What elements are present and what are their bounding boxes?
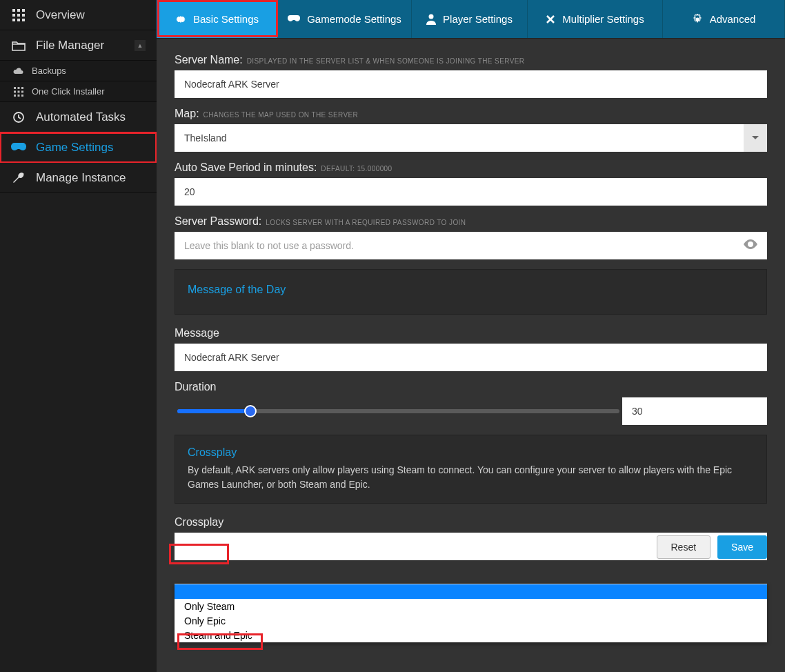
- field-password: Server Password: LOCKS SERVER WITH A REQ…: [175, 215, 767, 259]
- hint-server-name: DISPLAYED IN THE SERVER LIST & WHEN SOME…: [247, 57, 525, 65]
- label-autosave: Auto Save Period in minutes:: [175, 161, 317, 174]
- label-duration: Duration: [175, 381, 216, 393]
- svg-rect-2: [22, 9, 25, 12]
- tab-label: Basic Settings: [193, 13, 259, 25]
- label-server-name: Server Name:: [175, 54, 243, 66]
- dropdown-option-blank[interactable]: [175, 584, 767, 599]
- tab-label: Gamemode Settings: [307, 13, 401, 25]
- cloud-icon: [12, 67, 25, 75]
- tab-label: Player Settings: [443, 13, 513, 25]
- collapse-icon[interactable]: ▲: [135, 40, 146, 51]
- main-area: Basic Settings Gamemode Settings Player …: [157, 0, 785, 672]
- svg-rect-4: [17, 14, 20, 17]
- field-message: Message: [175, 327, 767, 371]
- dropdown-option-only-steam[interactable]: Only Steam: [175, 599, 767, 613]
- eye-icon[interactable]: [744, 239, 757, 252]
- crossplay-dropdown: Only Steam Only Epic Steam and Epic: [175, 584, 767, 642]
- tab-player-settings[interactable]: Player Settings: [412, 0, 528, 38]
- svg-rect-1: [17, 9, 20, 12]
- save-button[interactable]: Save: [717, 535, 767, 559]
- svg-rect-16: [18, 95, 20, 97]
- slider-track-fill: [177, 409, 253, 413]
- svg-rect-5: [22, 14, 25, 17]
- select-map[interactable]: [175, 124, 744, 152]
- svg-rect-14: [21, 90, 23, 92]
- dropdown-option-only-epic[interactable]: Only Epic: [175, 613, 767, 628]
- panel-desc-crossplay: By default, ARK servers only allow playe…: [188, 463, 754, 492]
- hint-map: CHANGES THE MAP USED ON THE SERVER: [203, 111, 359, 119]
- svg-rect-0: [12, 9, 15, 12]
- svg-rect-8: [22, 19, 25, 21]
- panel-title-motd: Message of the Day: [188, 284, 754, 296]
- gear-icon: [175, 14, 186, 25]
- svg-rect-9: [14, 87, 16, 89]
- panel-title-crossplay: Crossplay: [188, 446, 754, 459]
- svg-rect-11: [21, 87, 23, 89]
- sidebar-label: Game Settings: [36, 141, 113, 155]
- input-duration[interactable]: [622, 397, 767, 425]
- gamepad-icon: [288, 15, 300, 23]
- field-duration: Duration: [175, 381, 767, 425]
- tab-label: Advanced: [710, 13, 756, 25]
- tab-label: Multiplier Settings: [562, 13, 644, 25]
- svg-rect-13: [18, 90, 20, 92]
- slider-thumb[interactable]: [244, 405, 257, 417]
- multiply-icon: [546, 14, 555, 24]
- wrench-icon: [11, 172, 26, 184]
- input-autosave[interactable]: [175, 178, 767, 206]
- folder-icon: [11, 40, 26, 51]
- label-password: Server Password:: [175, 215, 261, 228]
- sidebar-item-file-manager[interactable]: File Manager ▲: [0, 30, 157, 61]
- hint-password: LOCKS SERVER WITH A REQUIRED PASSWORD TO…: [266, 219, 466, 226]
- user-icon: [426, 14, 436, 25]
- duration-slider[interactable]: [175, 397, 622, 425]
- sidebar-item-game-settings[interactable]: Game Settings: [0, 132, 157, 163]
- grid-small-icon: [12, 87, 25, 97]
- sidebar-label: Overview: [36, 8, 85, 22]
- sidebar-item-automated-tasks[interactable]: Automated Tasks: [0, 102, 157, 132]
- svg-rect-17: [21, 95, 23, 97]
- svg-rect-10: [18, 87, 20, 89]
- tab-gamemode-settings[interactable]: Gamemode Settings: [278, 0, 412, 38]
- grid-icon: [11, 9, 26, 21]
- tasks-icon: [11, 111, 26, 123]
- tab-advanced[interactable]: Advanced: [663, 0, 785, 38]
- chevron-down-icon[interactable]: [744, 124, 767, 152]
- gear-icon: [692, 14, 703, 25]
- input-password[interactable]: [175, 232, 767, 259]
- sidebar-label: Backups: [32, 66, 66, 76]
- footer-buttons: Reset Save: [657, 535, 768, 559]
- label-message: Message: [175, 327, 219, 339]
- hint-autosave: DEFAULT: 15.000000: [321, 165, 392, 172]
- tab-multiplier-settings[interactable]: Multiplier Settings: [528, 0, 663, 38]
- sidebar-label: One Click Installer: [32, 86, 104, 97]
- tab-basic-settings[interactable]: Basic Settings: [157, 0, 278, 38]
- sidebar-label: Manage Instance: [36, 171, 126, 185]
- label-crossplay: Crossplay: [175, 516, 223, 528]
- dropdown-option-steam-and-epic[interactable]: Steam and Epic: [175, 628, 767, 642]
- sidebar-item-one-click[interactable]: One Click Installer: [0, 81, 157, 102]
- sidebar-label: File Manager: [36, 39, 104, 52]
- sidebar: Overview File Manager ▲ Backups One Clic…: [0, 0, 157, 672]
- form-area: Server Name: DISPLAYED IN THE SERVER LIS…: [157, 39, 785, 563]
- sidebar-item-backups[interactable]: Backups: [0, 61, 157, 81]
- panel-motd: Message of the Day: [175, 269, 767, 315]
- svg-point-19: [429, 14, 434, 19]
- svg-rect-7: [17, 19, 20, 21]
- sidebar-item-overview[interactable]: Overview: [0, 0, 157, 30]
- svg-rect-15: [14, 95, 16, 97]
- label-map: Map:: [175, 108, 199, 120]
- reset-button[interactable]: Reset: [657, 535, 711, 559]
- sidebar-label: Automated Tasks: [36, 110, 126, 124]
- svg-rect-6: [12, 19, 15, 21]
- panel-crossplay: Crossplay By default, ARK servers only a…: [175, 435, 767, 504]
- settings-tabs: Basic Settings Gamemode Settings Player …: [157, 0, 785, 39]
- field-server-name: Server Name: DISPLAYED IN THE SERVER LIS…: [175, 54, 767, 98]
- svg-rect-3: [12, 14, 15, 17]
- field-map: Map: CHANGES THE MAP USED ON THE SERVER: [175, 108, 767, 152]
- input-server-name[interactable]: [175, 70, 767, 98]
- svg-rect-12: [14, 90, 16, 92]
- sidebar-item-manage-instance[interactable]: Manage Instance: [0, 163, 157, 193]
- gamepad-icon: [11, 143, 26, 152]
- input-message[interactable]: [175, 344, 767, 371]
